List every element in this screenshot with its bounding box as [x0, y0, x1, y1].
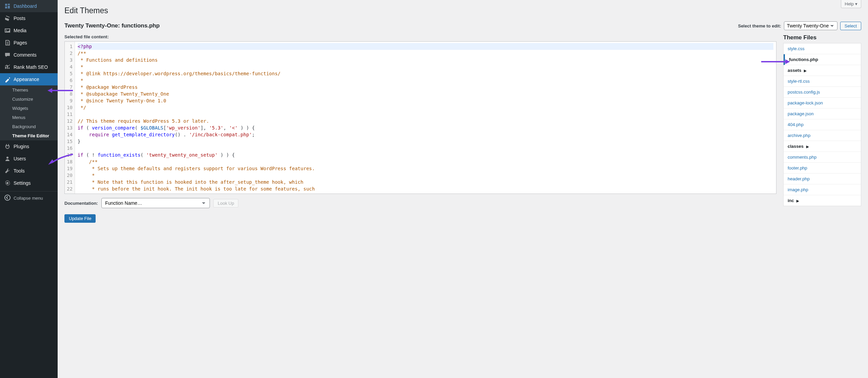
menu-tools[interactable]: Tools	[0, 165, 58, 177]
documentation-select[interactable]: Function Name…	[101, 198, 210, 208]
file-subtitle: Twenty Twenty-One: functions.php	[64, 22, 160, 29]
menu-label: Plugins	[14, 144, 29, 149]
menu-posts[interactable]: Posts	[0, 12, 58, 24]
theme-files-list: style.cssfunctions.phpassets ▶style-rtl.…	[783, 43, 861, 206]
submenu-widgets[interactable]: Widgets	[0, 104, 58, 113]
chevron-right-icon: ▶	[804, 69, 807, 73]
appearance-icon	[4, 76, 11, 83]
code-lines[interactable]: <?php/** * Functions and definitions * *…	[75, 42, 776, 194]
file-style-css[interactable]: style.css	[784, 43, 861, 54]
theme-select[interactable]: Twenty Twenty-One	[784, 21, 837, 30]
file-assets[interactable]: assets ▶	[784, 65, 861, 76]
menu-label: Rank Math SEO	[14, 64, 48, 70]
submenu-background[interactable]: Background	[0, 122, 58, 131]
plugins-icon	[4, 143, 11, 150]
file-style-rtl-css[interactable]: style-rtl.css	[784, 76, 861, 87]
menu-dashboard[interactable]: Dashboard	[0, 0, 58, 12]
code-editor[interactable]: 12345678910111213141516171819202122 <?ph…	[64, 41, 776, 194]
comments-icon	[4, 52, 11, 58]
menu-label: Media	[14, 28, 26, 33]
file-package-json[interactable]: package.json	[784, 108, 861, 119]
svg-point-2	[6, 182, 8, 184]
submenu-themes[interactable]: Themes	[0, 85, 58, 95]
menu-appearance[interactable]: Appearance	[0, 73, 58, 85]
file-header-php[interactable]: header.php	[784, 174, 861, 184]
users-icon	[4, 155, 11, 162]
svg-point-1	[6, 157, 8, 159]
menu-rankmath[interactable]: Rank Math SEO	[0, 61, 58, 73]
media-icon	[4, 27, 11, 34]
menu-label: Dashboard	[14, 3, 37, 9]
submenu-menus[interactable]: Menus	[0, 113, 58, 122]
menu-label: Pages	[14, 40, 27, 45]
submenu-theme-file-editor[interactable]: Theme File Editor	[0, 131, 58, 140]
file-image-php[interactable]: image.php	[784, 184, 861, 195]
menu-label: Posts	[14, 16, 25, 21]
menu-label: Appearance	[14, 77, 39, 82]
menu-users[interactable]: Users	[0, 153, 58, 165]
select-button[interactable]: Select	[840, 22, 861, 30]
tools-icon	[4, 167, 11, 174]
menu-label: Tools	[14, 168, 25, 174]
menu-plugins[interactable]: Plugins	[0, 140, 58, 153]
menu-label: Comments	[14, 52, 37, 58]
menu-pages[interactable]: Pages	[0, 37, 58, 49]
page-title: Edit Themes	[64, 6, 861, 15]
menu-label: Settings	[14, 180, 31, 186]
lookup-button[interactable]: Look Up	[213, 199, 238, 207]
file-404-php[interactable]: 404.php	[784, 119, 861, 130]
submenu-customize[interactable]: Customize	[0, 95, 58, 104]
main-content: Help ▾ Edit Themes Twenty Twenty-One: fu…	[58, 0, 868, 378]
posts-icon	[4, 15, 11, 22]
file-footer-php[interactable]: footer.php	[784, 163, 861, 174]
chevron-right-icon: ▶	[806, 145, 809, 148]
dashboard-icon	[4, 3, 11, 9]
admin-sidebar: DashboardPostsMediaPagesCommentsRank Mat…	[0, 0, 58, 378]
menu-settings[interactable]: Settings	[0, 177, 58, 189]
menu-media[interactable]: Media	[0, 24, 58, 37]
file-archive-php[interactable]: archive.php	[784, 130, 861, 141]
line-gutter: 12345678910111213141516171819202122	[65, 42, 75, 194]
menu-label: Users	[14, 156, 26, 161]
file-classes[interactable]: classes ▶	[784, 141, 861, 152]
file-inc[interactable]: inc ▶	[784, 195, 861, 206]
menu-comments[interactable]: Comments	[0, 49, 58, 61]
settings-icon	[4, 180, 11, 186]
svg-point-3	[5, 195, 10, 200]
documentation-label: Documentation:	[64, 201, 98, 206]
pages-icon	[4, 39, 11, 46]
svg-point-0	[6, 30, 7, 31]
select-theme-label: Select theme to edit:	[738, 23, 781, 28]
collapse-label: Collapse menu	[14, 196, 43, 201]
file-comments-php[interactable]: comments.php	[784, 152, 861, 163]
chevron-right-icon: ▶	[796, 199, 799, 203]
file-package-lock-json[interactable]: package-lock.json	[784, 98, 861, 108]
file-postcss-config-js[interactable]: postcss.config.js	[784, 87, 861, 98]
help-tab[interactable]: Help ▾	[841, 0, 861, 8]
collapse-icon	[4, 194, 11, 202]
selected-file-label: Selected file content:	[64, 34, 776, 39]
rankmath-icon	[4, 64, 11, 71]
chevron-down-icon: ▾	[855, 1, 857, 6]
theme-files-title: Theme Files	[783, 34, 861, 41]
file-functions-php[interactable]: functions.php	[784, 54, 861, 65]
update-file-button[interactable]: Update File	[64, 214, 96, 223]
collapse-menu[interactable]: Collapse menu	[0, 191, 58, 205]
